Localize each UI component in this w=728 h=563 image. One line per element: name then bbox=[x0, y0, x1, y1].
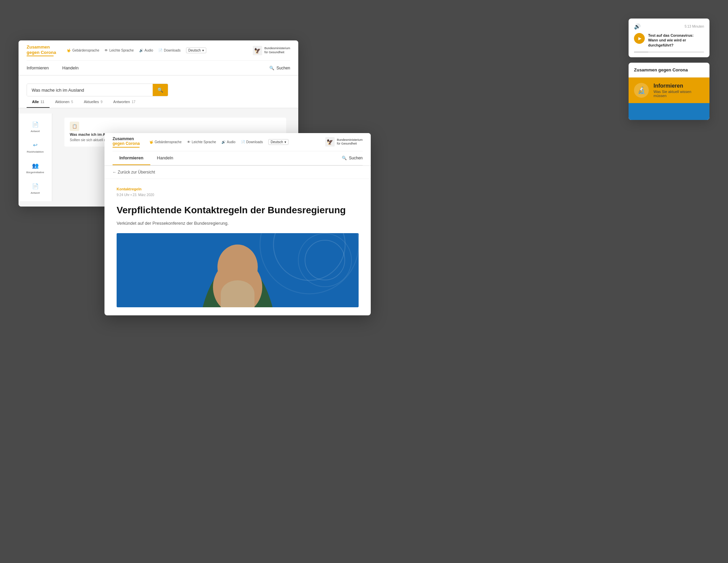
info-card-blue-section[interactable] bbox=[629, 103, 709, 120]
tab-antworten[interactable]: Antworten 17 bbox=[108, 96, 141, 108]
nav-links-top-back: 🤟 Gebärdensprache 👁 Leichte Sprache 🔊 Au… bbox=[67, 48, 246, 53]
info-card: Zusammen gegen Corona 🔬 Informieren Was … bbox=[629, 63, 709, 120]
audio-progress-fill bbox=[634, 52, 648, 53]
sidebar-item-antwort-2[interactable]: 📄 Antwort bbox=[19, 178, 52, 198]
nav-bar-middle: Zusammen gegen Corona 🤟 Gebärdensprache … bbox=[104, 133, 371, 166]
chevron-down-icon-m: ▾ bbox=[284, 140, 286, 144]
chevron-down-icon: ▾ bbox=[202, 49, 204, 52]
sidebar-item-rueckhol[interactable]: ↩ Rückholaktion bbox=[19, 137, 52, 157]
article-subtitle: Verkündet auf der Pressekonferenz der Bu… bbox=[117, 220, 359, 227]
info-card-title: Zusammen gegen Corona bbox=[634, 67, 704, 72]
search-bar-container-back: 🔍 bbox=[19, 75, 298, 96]
logo-middle[interactable]: Zusammen gegen Corona bbox=[113, 136, 140, 148]
bundesadler-logo: 🦅 bbox=[253, 46, 262, 55]
article-title: Verpflichtende Kontaktregeln der Bundesr… bbox=[117, 204, 359, 216]
logo-underline-middle bbox=[113, 147, 140, 148]
nav-link-gebaerdensprache-m[interactable]: 🤟 Gebärdensprache bbox=[149, 140, 182, 144]
audio-card-header: 🔊 5:13 Minuten bbox=[634, 23, 704, 30]
hands-icon-m: 🤟 bbox=[149, 140, 153, 144]
nav-item-informieren-m[interactable]: Informieren bbox=[113, 151, 150, 165]
nav-link-downloads-m[interactable]: 📄 Downloads bbox=[241, 140, 263, 144]
nav-main-middle: Informieren Handeln 🔍 Suchen bbox=[113, 151, 363, 165]
nav-top-middle: Zusammen gegen Corona 🤟 Gebärdensprache … bbox=[113, 133, 363, 151]
nav-link-leichtesprache[interactable]: 👁 Leichte Sprache bbox=[104, 49, 133, 52]
window-middle: Zusammen gegen Corona 🤟 Gebärdensprache … bbox=[104, 133, 371, 315]
nav-link-gebaerdensprache[interactable]: 🤟 Gebärdensprache bbox=[67, 49, 99, 52]
logo-underline bbox=[27, 56, 54, 56]
breadcrumb-bar: ← Zurück zur Übersicht bbox=[104, 166, 371, 179]
tab-bar-back: Alle 11 Aktionen 5 Aktuelles 9 Antworten… bbox=[19, 96, 298, 108]
audio-icon-m: 🔊 bbox=[221, 140, 225, 144]
lang-select-middle[interactable]: Deutsch ▾ bbox=[268, 139, 289, 145]
play-icon: ▶ bbox=[638, 36, 641, 41]
nav-item-handeln-m[interactable]: Handeln bbox=[150, 151, 180, 165]
bundesministerium-middle: 🦅 Bundesministerium für Gesundheit bbox=[325, 137, 363, 147]
article-image bbox=[117, 233, 359, 307]
info-card-yellow-section[interactable]: 🔬 Informieren Was Sie aktuell wissen müs… bbox=[629, 77, 709, 103]
audio-play-row: ▶ Test auf das Coronavirus: Wann und wie… bbox=[634, 33, 704, 48]
nav-links-top-middle: 🤟 Gebärdensprache 👁 Leichte Sprache 🔊 Au… bbox=[149, 139, 320, 145]
bundesadler-logo-m: 🦅 bbox=[325, 137, 335, 147]
nav-link-downloads[interactable]: 📄 Downloads bbox=[158, 49, 180, 52]
search-icon-back: 🔍 bbox=[269, 66, 274, 70]
logo-back[interactable]: Zusammen gegen Corona bbox=[27, 44, 56, 56]
document-icon-sidebar: 📄 bbox=[31, 120, 39, 128]
svg-text:🦅: 🦅 bbox=[327, 139, 333, 145]
info-section-label: Informieren bbox=[654, 83, 704, 89]
people-icon-sidebar: 👥 bbox=[31, 161, 39, 169]
nav-top-back: Zusammen gegen Corona 🤟 Gebärdensprache … bbox=[27, 40, 290, 61]
nav-item-informieren-back[interactable]: Informieren bbox=[27, 64, 49, 72]
magnifier-icon-circle: 🔬 bbox=[634, 83, 649, 98]
article-category: Kontaktregeln bbox=[117, 187, 359, 191]
audio-duration: 5:13 Minuten bbox=[685, 25, 704, 28]
nav-item-handeln-back[interactable]: Handeln bbox=[62, 64, 79, 72]
back-link[interactable]: ← Zurück zur Übersicht bbox=[113, 170, 155, 175]
article-meta: 9:24 Uhr • 23. März 2020 bbox=[117, 193, 154, 197]
info-section-sublabel: Was Sie aktuell wissen müssen bbox=[654, 90, 704, 98]
audio-progress-bar[interactable] bbox=[634, 52, 704, 53]
search-bar-back[interactable]: 🔍 bbox=[27, 84, 168, 96]
sidebar-back: 📄 Antwort ↩ Rückholaktion 👥 Bürgerinitia… bbox=[19, 114, 52, 201]
eye-icon-m: 👁 bbox=[187, 140, 190, 144]
bundesministerium-back: 🦅 Bundesministerium für Gesundheit bbox=[253, 46, 290, 55]
speaker-icon: 🔊 bbox=[634, 23, 641, 30]
nav-link-audio[interactable]: 🔊 Audio bbox=[139, 49, 153, 52]
search-icon-middle: 🔍 bbox=[342, 156, 347, 160]
search-button-back[interactable]: 🔍 bbox=[153, 84, 168, 96]
nav-search-middle[interactable]: 🔍 Suchen bbox=[342, 156, 363, 160]
tab-alle[interactable]: Alle 11 bbox=[27, 96, 50, 108]
audio-icon: 🔊 bbox=[139, 49, 143, 52]
window-right: 🔊 5:13 Minuten ▶ Test auf das Coronaviru… bbox=[629, 19, 709, 120]
tab-aktuelles[interactable]: Aktuelles 9 bbox=[79, 96, 108, 108]
info-card-header: Zusammen gegen Corona bbox=[629, 63, 709, 77]
eye-icon: 👁 bbox=[104, 49, 108, 52]
nav-search-back[interactable]: 🔍 Suchen bbox=[269, 66, 290, 70]
result-icon-1: 📋 bbox=[70, 122, 79, 131]
nav-main-back: Informieren Handeln 🔍 Suchen bbox=[27, 61, 290, 75]
download-icon-m: 📄 bbox=[241, 140, 245, 144]
sidebar-item-buerger[interactable]: 👥 Bürgerinitiative bbox=[19, 157, 52, 178]
play-button[interactable]: ▶ bbox=[634, 33, 645, 44]
tab-aktionen[interactable]: Aktionen 5 bbox=[50, 96, 78, 108]
article-content: Kontaktregeln 9:24 Uhr • 23. März 2020 V… bbox=[104, 179, 371, 316]
hands-icon: 🤟 bbox=[67, 49, 71, 52]
svg-text:🦅: 🦅 bbox=[254, 48, 261, 54]
nav-bar-back: Zusammen gegen Corona 🤟 Gebärdensprache … bbox=[19, 40, 298, 75]
download-icon: 📄 bbox=[158, 49, 162, 52]
audio-title: Test auf das Coronavirus: Wann und wie w… bbox=[648, 33, 704, 48]
sidebar-item-antwort-1[interactable]: 📄 Antwort bbox=[19, 116, 52, 137]
audio-card: 🔊 5:13 Minuten ▶ Test auf das Coronaviru… bbox=[629, 19, 709, 57]
arrow-icon-sidebar: ↩ bbox=[31, 141, 39, 149]
nav-link-leichtesprache-m[interactable]: 👁 Leichte Sprache bbox=[187, 140, 216, 144]
lang-select-back[interactable]: Deutsch ▾ bbox=[186, 48, 206, 53]
document2-icon-sidebar: 📄 bbox=[31, 182, 39, 190]
search-input-back[interactable] bbox=[27, 84, 153, 96]
nav-link-audio-m[interactable]: 🔊 Audio bbox=[221, 140, 236, 144]
